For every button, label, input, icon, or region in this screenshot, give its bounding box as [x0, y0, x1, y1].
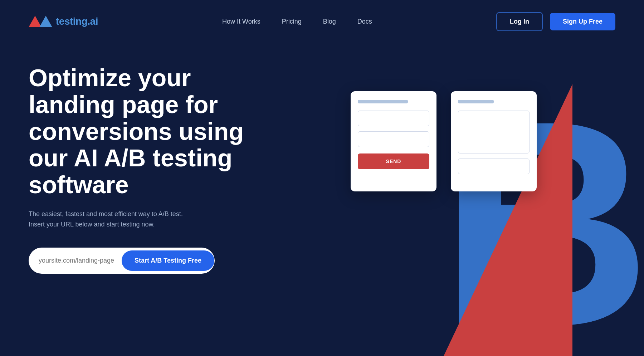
hero-section: Optimize your landing page for conversio… — [0, 43, 644, 356]
card-b-text-area — [458, 111, 530, 153]
logo-text-part2: .ai — [87, 16, 98, 27]
card-a-input-1 — [358, 111, 429, 126]
logo-text: testing.ai — [56, 16, 98, 27]
card-a-send-button: SEND — [358, 153, 429, 169]
card-variant-a: SEND — [351, 91, 436, 191]
start-testing-button[interactable]: Start A/B Testing Free — [122, 250, 214, 271]
logo-triangle-blue-icon — [39, 16, 52, 27]
hero-subtitle: The easiest, fastest and most efficient … — [29, 209, 200, 230]
navbar: testing.ai How It Works Pricing Blog Doc… — [0, 0, 644, 43]
card-b-input-1 — [458, 159, 530, 174]
nav-link-docs[interactable]: Docs — [357, 18, 372, 25]
hero-cta-container: Start A/B Testing Free — [29, 248, 215, 274]
nav-actions: Log In Sign Up Free — [496, 12, 615, 31]
nav-link-how-it-works[interactable]: How It Works — [222, 18, 260, 25]
hero-visual: B SEND — [286, 70, 644, 356]
logo-icon — [29, 16, 52, 27]
nav-link-blog[interactable]: Blog — [323, 18, 336, 25]
card-a-input-2 — [358, 131, 429, 147]
url-input[interactable] — [39, 257, 122, 264]
logo[interactable]: testing.ai — [29, 16, 98, 27]
nav-link-pricing[interactable]: Pricing — [282, 18, 302, 25]
signup-button[interactable]: Sign Up Free — [550, 13, 615, 30]
card-variant-b — [451, 91, 537, 191]
logo-text-part1: testing — [56, 16, 87, 27]
card-a-header-bar — [358, 100, 408, 103]
login-button[interactable]: Log In — [496, 12, 543, 31]
card-b-header-bar — [458, 100, 494, 103]
hero-title: Optimize your landing page for conversio… — [29, 64, 250, 198]
nav-links: How It Works Pricing Blog Docs — [222, 18, 372, 25]
hero-content: Optimize your landing page for conversio… — [29, 64, 250, 274]
